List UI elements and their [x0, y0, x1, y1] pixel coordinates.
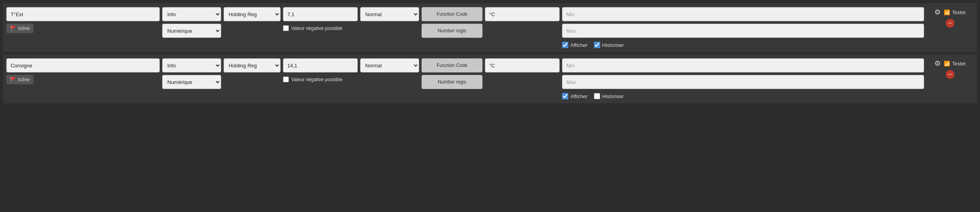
col-minmax-2: Afficher Historiser [562, 58, 924, 99]
col-name-2: 🚩 Icône [6, 58, 160, 84]
subtype-select-2[interactable]: InfoNumérique Numérique [162, 75, 221, 89]
gear-button-1[interactable]: ⚙ [934, 8, 941, 17]
col-addr-2: Valeur négative possible [283, 58, 358, 82]
valeur-neg-checkbox-1[interactable] [283, 25, 289, 31]
col-minmax-1: Afficher Historiser [562, 7, 924, 48]
remove-button-2[interactable]: − [946, 70, 954, 79]
gear-icon-2: ⚙ [934, 60, 941, 67]
afficher-label-2[interactable]: Afficher [562, 93, 588, 99]
unit-input-2[interactable] [485, 58, 560, 73]
max-input-1[interactable] [562, 24, 924, 38]
name-input-1[interactable] [6, 7, 160, 21]
reg-select-2[interactable]: Holding Reg [224, 58, 281, 73]
reg-select-1[interactable]: Holding Reg [224, 7, 281, 21]
normal-select-2[interactable]: Normal [360, 58, 419, 73]
number-regis-button-1[interactable]: Number regis [422, 24, 483, 38]
col-addr-1: Valeur négative possible [283, 7, 358, 31]
historiser-text-1: Historiser [602, 42, 624, 48]
checkboxes-row-2: Afficher Historiser [562, 93, 924, 99]
max-input-2[interactable] [562, 75, 924, 89]
row-1: 🚩 Icône InfoNumérique InfoNumérique Numé… [3, 3, 977, 52]
tester-button-2[interactable]: 📶 Tester [944, 61, 966, 67]
historiser-checkbox-1[interactable] [594, 42, 600, 48]
normal-select-1[interactable]: Normal [360, 7, 419, 21]
row-2: 🚩 Icône InfoNumérique InfoNumérique Numé… [3, 54, 977, 103]
tester-text-2: Tester [952, 61, 966, 67]
name-input-2[interactable] [6, 58, 160, 73]
tester-text-1: Tester [952, 9, 966, 15]
col-normal-1: Normal [360, 7, 419, 21]
min-input-1[interactable] [562, 7, 924, 21]
minus-icon-2: − [948, 71, 952, 78]
function-code-button-2[interactable]: Function Code [422, 58, 483, 73]
icon-button-1[interactable]: 🚩 Icône [6, 24, 33, 33]
col-actions-1: ⚙ 📶 Tester − [926, 7, 974, 28]
min-input-2[interactable] [562, 58, 924, 73]
number-regis-button-2[interactable]: Number regis [422, 75, 483, 89]
afficher-checkbox-2[interactable] [562, 93, 568, 99]
historiser-label-2[interactable]: Historiser [594, 93, 624, 99]
valeur-neg-label-2: Valeur négative possible [291, 77, 342, 82]
minus-icon-1: − [948, 20, 952, 26]
col-normal-2: Normal [360, 58, 419, 73]
checkboxes-row-1: Afficher Historiser [562, 42, 924, 48]
addr-input-2[interactable] [283, 58, 358, 73]
col-func-1: Function Code Number regis [422, 7, 483, 38]
col-unit-2 [485, 58, 560, 73]
gear-button-2[interactable]: ⚙ [934, 59, 941, 68]
valeur-neg-checkbox-2[interactable] [283, 76, 289, 82]
afficher-checkbox-1[interactable] [562, 42, 568, 48]
historiser-text-2: Historiser [602, 93, 624, 99]
valeur-neg-label-1: Valeur négative possible [291, 26, 342, 31]
actions-top-2: ⚙ 📶 Tester [934, 59, 966, 68]
afficher-text-2: Afficher [570, 93, 588, 99]
wifi-icon-2: 📶 [944, 61, 950, 67]
gear-icon-1: ⚙ [934, 8, 941, 16]
flag-icon-2: 🚩 [10, 77, 16, 82]
function-code-button-1[interactable]: Function Code [422, 7, 483, 21]
col-actions-2: ⚙ 📶 Tester − [926, 58, 974, 79]
col-type-1: InfoNumérique InfoNumérique Numérique [162, 7, 221, 38]
rows-container: 🚩 Icône InfoNumérique InfoNumérique Numé… [0, 0, 980, 106]
afficher-text-1: Afficher [570, 42, 588, 48]
valeur-neg-container-2: Valeur négative possible [283, 76, 358, 82]
col-func-2: Function Code Number regis [422, 58, 483, 89]
flag-icon-1: 🚩 [10, 26, 16, 31]
col-name-1: 🚩 Icône [6, 7, 160, 33]
remove-button-1[interactable]: − [946, 19, 954, 28]
historiser-label-1[interactable]: Historiser [594, 42, 624, 48]
col-type-2: InfoNumérique InfoNumérique Numérique [162, 58, 221, 89]
addr-input-1[interactable] [283, 7, 358, 21]
actions-top-1: ⚙ 📶 Tester [934, 8, 966, 17]
col-unit-1 [485, 7, 560, 21]
valeur-neg-container-1: Valeur négative possible [283, 25, 358, 31]
afficher-label-1[interactable]: Afficher [562, 42, 588, 48]
subtype-select-1[interactable]: InfoNumérique Numérique [162, 24, 221, 38]
col-reg-2: Holding Reg [224, 58, 281, 73]
icon-label-1: Icône [18, 26, 30, 31]
type-select-2[interactable]: InfoNumérique [162, 58, 221, 73]
unit-input-1[interactable] [485, 7, 560, 21]
icon-label-2: Icône [18, 77, 30, 82]
wifi-icon-1: 📶 [944, 9, 950, 15]
col-reg-1: Holding Reg [224, 7, 281, 21]
icon-button-2[interactable]: 🚩 Icône [6, 75, 33, 84]
historiser-checkbox-2[interactable] [594, 93, 600, 99]
tester-button-1[interactable]: 📶 Tester [944, 9, 966, 15]
type-select-1[interactable]: InfoNumérique [162, 7, 221, 21]
